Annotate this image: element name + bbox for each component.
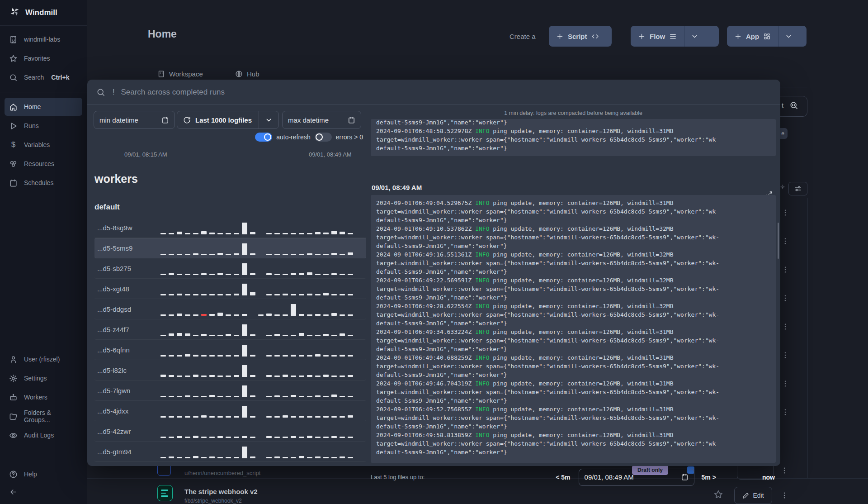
- folder-icon: [9, 412, 18, 421]
- min-datetime-input[interactable]: min datetime: [94, 111, 175, 129]
- runs-search-input[interactable]: [121, 88, 528, 97]
- page-title: Home: [148, 28, 177, 40]
- kebab-menu-icon[interactable]: [781, 408, 789, 416]
- item-path[interactable]: f/bd/stripe_webhook_v2: [184, 498, 242, 504]
- worker-row[interactable]: ...d5-7lgwn: [94, 380, 366, 401]
- log-line: default-5sms9-Jmn1G","name":"worker"}: [376, 293, 770, 302]
- worker-row[interactable]: ...d5-4jdxx: [94, 401, 366, 421]
- worker-row[interactable]: ...d5-sb275: [94, 258, 366, 279]
- kebab-menu-icon[interactable]: [781, 380, 789, 388]
- worker-name: ...d5-xgt48: [97, 285, 160, 293]
- log-line: 2024-09-01T06:49:04.529675Z INFO ping up…: [376, 199, 770, 207]
- tab-workspace[interactable]: Workspace: [157, 70, 203, 78]
- pencil-icon: [742, 492, 749, 499]
- worker-row[interactable]: ...d5-z44f7: [94, 319, 366, 340]
- sidebar-item-favorites[interactable]: Favorites: [5, 49, 82, 67]
- item-title[interactable]: The stripe webhook v2: [184, 488, 258, 495]
- sidebar-item-variables[interactable]: $ Variables: [5, 136, 82, 154]
- worker-name: ...d5-6qfnn: [97, 346, 160, 354]
- kebab-menu-icon[interactable]: [781, 323, 789, 331]
- sidebar-item-settings[interactable]: Settings: [5, 369, 82, 387]
- auto-refresh-label: auto-refresh: [276, 133, 310, 141]
- flow-dropdown-button[interactable]: [684, 26, 705, 47]
- worker-row[interactable]: ...d5-8sg9w: [94, 218, 366, 238]
- kebab-menu-icon[interactable]: [781, 237, 789, 245]
- worker-row[interactable]: ...d5-l82lc: [94, 360, 366, 380]
- errors-toggle[interactable]: [315, 133, 332, 142]
- create-flow-button[interactable]: Flow: [631, 26, 684, 47]
- sidebar-item-label: Runs: [24, 122, 39, 129]
- worker-row[interactable]: ...d5-6qfnn: [94, 340, 366, 360]
- sidebar-item-runs[interactable]: Runs: [5, 117, 82, 135]
- kebab-menu-icon[interactable]: [781, 266, 789, 274]
- create-a-label: Create a: [509, 33, 536, 40]
- sidebar-item-search[interactable]: Search Ctrl+k: [5, 68, 82, 86]
- worker-activity-sparkline: [160, 262, 362, 275]
- kebab-menu-icon[interactable]: [781, 209, 789, 217]
- worker-name: ...d5-7lgwn: [97, 387, 160, 395]
- log-section-time: 09/01, 08:49 AM: [372, 184, 422, 191]
- back-5m-button[interactable]: < 5m: [556, 474, 570, 481]
- collapse-sidebar-button[interactable]: [5, 484, 82, 499]
- search-prefix: !: [113, 88, 114, 96]
- item-path[interactable]: u/henri/unencumbered_script: [184, 470, 260, 476]
- log-box-previous[interactable]: default-5sms9-Jmn1G","name":"worker"} 20…: [371, 119, 776, 156]
- log-line: default-5sms9-Jmn1G","name":"worker"}: [376, 396, 770, 405]
- log-line: target=windmill_worker::worker span={"ho…: [376, 310, 770, 319]
- sidebar-item-workers[interactable]: Workers: [5, 388, 82, 406]
- code-search-icon[interactable]: [789, 101, 798, 110]
- filter-settings-button[interactable]: [788, 182, 807, 195]
- log-line: default-5sms9-Jmn1G","name":"worker"}: [376, 319, 770, 328]
- chevron-down-icon[interactable]: [259, 111, 278, 128]
- create-app-button[interactable]: App: [727, 26, 778, 47]
- sidebar-item-folders-groups[interactable]: Folders & Groups...: [5, 407, 82, 425]
- tab-label: Hub: [247, 70, 259, 78]
- kebab-menu-icon[interactable]: [780, 491, 788, 499]
- app-dropdown-button[interactable]: [778, 26, 799, 47]
- now-button[interactable]: now: [762, 474, 775, 481]
- log-line: default-5sms9-Jmn1G","name":"worker"}: [376, 216, 770, 224]
- tab-hub[interactable]: Hub: [235, 70, 259, 78]
- worker-activity-sparkline: [160, 404, 362, 418]
- logs-search-modal: ! min datetime Last 1000 logfiles max da…: [87, 80, 780, 466]
- max-datetime-label: max datetime: [288, 116, 329, 124]
- log-box-current[interactable]: 2024-09-01T06:49:04.529675Z INFO ping up…: [371, 195, 776, 463]
- sidebar-item-audit-logs[interactable]: Audit Logs: [5, 426, 82, 444]
- sidebar-item-help[interactable]: Help: [5, 465, 82, 483]
- worker-row[interactable]: ...d5-gtm94: [94, 442, 366, 462]
- scrollbar-thumb[interactable]: [778, 223, 779, 259]
- worker-row[interactable]: ...d5-42zwr: [94, 421, 366, 442]
- range-start-label: 09/01, 08:15 AM: [124, 151, 167, 158]
- kebab-menu-icon[interactable]: [781, 351, 789, 359]
- auto-refresh-toggle[interactable]: [255, 133, 272, 142]
- kebab-menu-icon[interactable]: [781, 294, 789, 302]
- sidebar-item-workspace[interactable]: windmill-labs: [5, 30, 82, 48]
- mini-gear-icon: [780, 185, 785, 189]
- worker-row[interactable]: ...d5-5sms9: [94, 238, 366, 258]
- worker-row[interactable]: ...d5-xgt48: [94, 279, 366, 299]
- logfiles-range-select[interactable]: Last 1000 logfiles: [177, 111, 279, 129]
- sidebar-item-schedules[interactable]: Schedules: [5, 174, 82, 192]
- kebab-menu-icon[interactable]: [780, 466, 788, 475]
- max-datetime-input[interactable]: max datetime: [282, 111, 361, 129]
- sidebar-nav-section: Home Runs $ Variables Resources Schedule…: [0, 92, 87, 192]
- sidebar-item-user[interactable]: User (rfiszel): [5, 350, 82, 368]
- sidebar-item-label: Folders & Groups...: [24, 409, 78, 423]
- grid-icon: [763, 33, 771, 40]
- range-end-label: 09/01, 08:49 AM: [309, 151, 352, 158]
- sidebar-item-home[interactable]: Home: [5, 98, 82, 116]
- sidebar-top-section: windmill-labs Favorites Search Ctrl+k: [0, 26, 87, 92]
- home-icon: [9, 103, 18, 111]
- worker-name: ...d5-8sg9w: [97, 224, 160, 232]
- sidebar-item-label: Settings: [24, 375, 47, 382]
- worker-row[interactable]: ...d5-ddgsd: [94, 299, 366, 319]
- footer-datetime-input[interactable]: 09/01, 08:49 AM: [579, 469, 694, 486]
- forward-5m-button[interactable]: 5m >: [702, 474, 716, 481]
- sidebar-item-resources[interactable]: Resources: [5, 155, 82, 173]
- create-script-button[interactable]: Script: [549, 26, 612, 47]
- log-line: default-5sms9-Jmn1G","name":"worker"}: [376, 119, 770, 127]
- worker-activity-sparkline: [160, 282, 362, 295]
- log-line: default-5sms9-Jmn1G","name":"worker"}: [376, 345, 770, 353]
- plus-icon: [638, 33, 646, 40]
- plus-icon: [556, 33, 564, 40]
